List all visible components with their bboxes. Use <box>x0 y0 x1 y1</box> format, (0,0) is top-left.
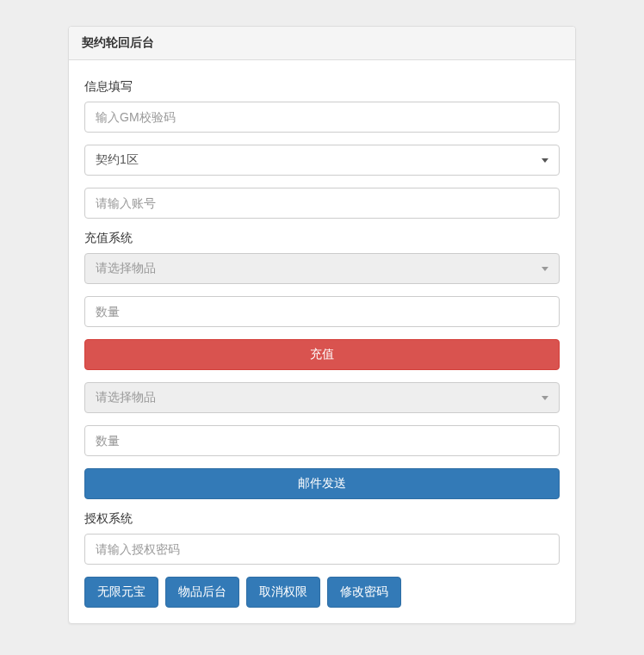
mail-item-select[interactable]: 请选择物品 <box>84 382 560 413</box>
server-select-value: 契约1区 <box>96 152 139 168</box>
chevron-down-icon <box>542 396 548 400</box>
auth-password-input[interactable] <box>84 534 560 565</box>
mail-item-select-value: 请选择物品 <box>96 390 156 405</box>
server-select[interactable]: 契约1区 <box>84 145 560 176</box>
mail-quantity-input[interactable] <box>84 425 560 456</box>
info-section-label: 信息填写 <box>84 79 560 95</box>
recharge-quantity-input[interactable] <box>84 296 560 327</box>
auth-section-label: 授权系统 <box>84 511 560 527</box>
unlimited-yuanbao-button[interactable]: 无限元宝 <box>84 577 158 608</box>
item-backend-button[interactable]: 物品后台 <box>165 577 239 608</box>
gm-code-input[interactable] <box>84 102 560 133</box>
revoke-permission-button[interactable]: 取消权限 <box>246 577 320 608</box>
account-input[interactable] <box>84 188 560 219</box>
chevron-down-icon <box>542 158 548 163</box>
panel-body: 信息填写 契约1区 充值系统 请选择物品 充值 请选择物品 邮件发送 <box>69 60 575 623</box>
chevron-down-icon <box>542 267 548 271</box>
mail-send-button[interactable]: 邮件发送 <box>84 468 560 499</box>
action-button-row: 无限元宝 物品后台 取消权限 修改密码 <box>84 577 560 608</box>
recharge-section-label: 充值系统 <box>84 231 560 246</box>
recharge-item-select[interactable]: 请选择物品 <box>84 253 560 284</box>
admin-panel: 契约轮回后台 信息填写 契约1区 充值系统 请选择物品 充值 请选择物品 <box>68 26 576 624</box>
recharge-button[interactable]: 充值 <box>84 339 560 370</box>
change-password-button[interactable]: 修改密码 <box>327 577 401 608</box>
recharge-item-select-value: 请选择物品 <box>96 261 156 276</box>
panel-title: 契约轮回后台 <box>69 27 575 60</box>
